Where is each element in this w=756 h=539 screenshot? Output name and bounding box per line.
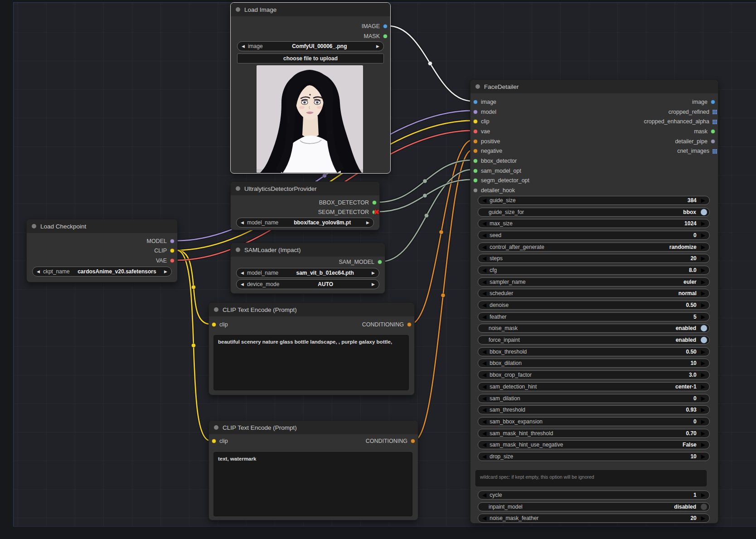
increment-arrow-icon[interactable]: ▶: [701, 395, 705, 402]
port-dot[interactable]: [473, 149, 478, 153]
node-title-bar[interactable]: Load Checkpoint: [27, 219, 177, 233]
widget-row-drop_size[interactable]: ◀drop_size10▶: [478, 451, 710, 462]
output-port-cropped_refined[interactable]: cropped_refined: [644, 107, 715, 117]
port-dot[interactable]: [473, 100, 478, 104]
port-dot[interactable]: [383, 34, 388, 39]
output-port-segm-detector[interactable]: SEGM_DETECTOR ✖: [318, 208, 377, 217]
increment-arrow-icon[interactable]: ▶: [701, 407, 705, 413]
node-title-bar[interactable]: SAMLoader (Impact): [231, 243, 385, 257]
toggle-circle-icon[interactable]: [701, 337, 707, 343]
port-dot[interactable]: [711, 100, 715, 104]
port-dot[interactable]: [170, 258, 174, 263]
widget-row-cfg[interactable]: ◀cfg8.0▶: [478, 264, 710, 276]
increment-arrow-icon[interactable]: ▶: [701, 360, 705, 366]
widget-row-guide_size[interactable]: ◀guide_size384▶: [478, 194, 710, 206]
widget-sam_mask_hint_use_negative[interactable]: ◀sam_mask_hint_use_negativeFalse▶: [478, 440, 710, 449]
increment-arrow-icon[interactable]: ▶: [701, 279, 705, 285]
widget-sampler_name[interactable]: ◀sampler_nameeuler▶: [478, 277, 710, 286]
port-dot[interactable]: [473, 159, 478, 163]
decrement-arrow-icon[interactable]: ◀: [241, 271, 244, 275]
increment-arrow-icon[interactable]: ▶: [701, 372, 705, 378]
port-dot[interactable]: [170, 248, 174, 253]
increment-arrow-icon[interactable]: ▶: [701, 302, 705, 308]
decrement-arrow-icon[interactable]: ◀: [482, 290, 486, 296]
decrement-arrow-icon[interactable]: ◀: [37, 270, 40, 274]
widget-denoise[interactable]: ◀denoise0.50▶: [478, 301, 710, 310]
port-dot[interactable]: [372, 200, 377, 205]
increment-arrow-icon[interactable]: ▶: [701, 244, 705, 250]
decrement-arrow-icon[interactable]: ◀: [482, 279, 486, 285]
port-dot[interactable]: [378, 260, 382, 264]
increment-arrow-icon[interactable]: ▶: [701, 492, 705, 498]
decrement-arrow-icon[interactable]: ◀: [482, 395, 486, 402]
wildcard-textarea[interactable]: wildcard spec: if kept empty, this optio…: [475, 470, 707, 486]
decrement-arrow-icon[interactable]: ◀: [482, 453, 486, 460]
node-clip-text-encode-negative[interactable]: CLIP Text Encode (Prompt) clip CONDITION…: [208, 420, 418, 520]
port-dot[interactable]: [711, 139, 715, 144]
output-port-bbox-detector[interactable]: BBOX_DETECTOR: [319, 198, 377, 207]
widget-row-sam_mask_hint_threshold[interactable]: ◀sam_mask_hint_threshold0.70▶: [478, 427, 710, 439]
decrement-arrow-icon[interactable]: ◀: [482, 349, 486, 355]
decrement-arrow-icon[interactable]: ◀: [482, 515, 486, 521]
prompt-textarea[interactable]: text, watermark: [213, 452, 412, 516]
widget-row-sam_bbox_expansion[interactable]: ◀sam_bbox_expansion0▶: [478, 416, 710, 427]
collapse-dot-icon[interactable]: [236, 7, 240, 12]
widget-steps[interactable]: ◀steps20▶: [478, 254, 710, 263]
decrement-arrow-icon[interactable]: ◀: [482, 372, 486, 378]
decrement-arrow-icon[interactable]: ◀: [241, 221, 244, 225]
input-port-detailer_hook[interactable]: detailer_hook: [473, 185, 715, 195]
collapse-dot-icon[interactable]: [475, 84, 480, 89]
decrement-arrow-icon[interactable]: ◀: [482, 244, 486, 250]
widget-cycle[interactable]: ◀cycle1▶: [478, 490, 710, 500]
decrement-arrow-icon[interactable]: ◀: [482, 442, 486, 448]
widget-row-denoise[interactable]: ◀denoise0.50▶: [478, 299, 710, 311]
collapse-dot-icon[interactable]: [214, 425, 218, 430]
widget-row-control_after_generate[interactable]: ◀control_after_generaterandomize▶: [478, 241, 710, 253]
output-port-model[interactable]: MODEL: [147, 237, 174, 246]
increment-arrow-icon[interactable]: ▶: [701, 197, 705, 204]
decrement-arrow-icon[interactable]: ◀: [482, 407, 486, 413]
increment-arrow-icon[interactable]: ▶: [701, 220, 705, 227]
node-title-bar[interactable]: CLIP Text Encode (Prompt): [209, 421, 418, 434]
decrement-arrow-icon[interactable]: ◀: [482, 232, 486, 238]
input-port-segm_detector_opt[interactable]: segm_detector_opt: [473, 176, 715, 186]
input-port-bbox_detector[interactable]: bbox_detector: [473, 156, 715, 166]
increment-arrow-icon[interactable]: ▶: [701, 384, 705, 390]
widget-row-inpaint_model[interactable]: inpaint_modeldisabled: [478, 501, 710, 513]
widget-row-feather[interactable]: ◀feather5▶: [478, 311, 710, 323]
widget-row-max_size[interactable]: ◀max_size1024▶: [478, 218, 710, 229]
widget-inpaint_model[interactable]: inpaint_modeldisabled: [478, 502, 710, 511]
decrement-arrow-icon[interactable]: ◀: [482, 360, 486, 366]
widget-noise_mask[interactable]: noise_maskenabled: [478, 324, 710, 333]
widget-row-bbox_threshold[interactable]: ◀bbox_threshold0.50▶: [478, 346, 710, 358]
widget-max_size[interactable]: ◀max_size1024▶: [478, 219, 710, 228]
widget-row-sam_dilation[interactable]: ◀sam_dilation0▶: [478, 393, 710, 404]
increment-arrow-icon[interactable]: ▶: [372, 282, 375, 286]
toggle-circle-icon[interactable]: [701, 504, 707, 510]
output-port-image[interactable]: image: [644, 97, 715, 107]
widget-cfg[interactable]: ◀cfg8.0▶: [478, 266, 710, 275]
port-dot[interactable]: [411, 439, 415, 443]
decrement-arrow-icon[interactable]: ◀: [482, 267, 486, 273]
output-port-mask[interactable]: MASK: [364, 32, 388, 41]
collapse-dot-icon[interactable]: [214, 307, 218, 312]
widget-row-sam_mask_hint_use_negative[interactable]: ◀sam_mask_hint_use_negativeFalse▶: [478, 439, 710, 451]
decrement-arrow-icon[interactable]: ◀: [482, 314, 486, 320]
widget-sam_bbox_expansion[interactable]: ◀sam_bbox_expansion0▶: [478, 417, 710, 426]
widget-guide_size[interactable]: ◀guide_size384▶: [478, 196, 710, 205]
widget-scheduler[interactable]: ◀schedulernormal▶: [478, 289, 710, 298]
increment-arrow-icon[interactable]: ▶: [701, 290, 705, 296]
output-port-vae[interactable]: VAE: [156, 256, 174, 265]
port-dot[interactable]: [473, 119, 478, 124]
widget-control_after_generate[interactable]: ◀control_after_generaterandomize▶: [478, 243, 710, 252]
decrement-arrow-icon[interactable]: ◀: [482, 430, 486, 437]
port-dot[interactable]: [407, 322, 412, 327]
increment-arrow-icon[interactable]: ▶: [701, 314, 705, 320]
decrement-arrow-icon[interactable]: ◀: [482, 418, 486, 425]
decrement-arrow-icon[interactable]: ◀: [482, 302, 486, 308]
widget-device-mode-combo[interactable]: ◀ device_mode AUTO ▶: [236, 279, 379, 289]
node-title-bar[interactable]: FaceDetailer: [470, 80, 718, 93]
decrement-arrow-icon[interactable]: ◀: [241, 282, 244, 286]
output-port-cropped_enhanced_alpha[interactable]: cropped_enhanced_alpha: [644, 117, 715, 126]
increment-arrow-icon[interactable]: ▶: [701, 515, 705, 521]
